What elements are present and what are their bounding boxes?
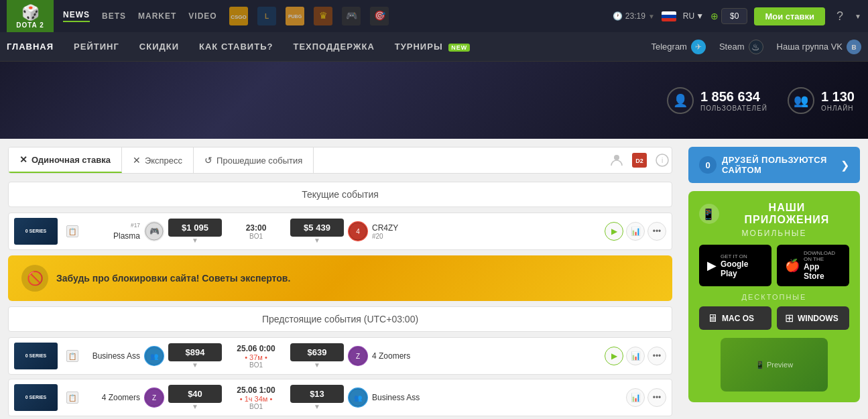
language-selector[interactable]: RU ▼ <box>683 11 704 21</box>
apps-title: 📱 НАШИ ПРИЛОЖЕНИЯ <box>699 202 849 226</box>
sec-nav-links: ГЛАВНАЯ РЕЙТИНГ СКИДКИ КАК СТАВИТЬ? ТЕХП… <box>7 42 470 52</box>
sec-nav-home[interactable]: ГЛАВНАЯ <box>7 42 54 52</box>
sec-nav-tournaments[interactable]: ТУРНИРЫ NEW <box>395 42 470 52</box>
upcoming2-stats[interactable]: 📊 <box>626 388 645 407</box>
tab-past[interactable]: ↺ Прошедшие события <box>194 147 314 173</box>
game-hearthstone[interactable]: ♛ <box>311 4 335 28</box>
steam-link[interactable]: Steam ♨ <box>719 40 763 54</box>
upcoming2-expand[interactable]: ▼ <box>192 403 198 410</box>
upcoming2-actions: 📊 ••• <box>626 388 666 407</box>
game-other1[interactable]: 🎮 <box>339 4 363 28</box>
nav-link-bets[interactable]: BETS <box>102 11 126 21</box>
upcoming2-odds-left-btn[interactable]: $40 <box>168 385 222 403</box>
team-right-name: CR4ZY <box>372 223 398 233</box>
balance-button[interactable]: $0 <box>721 8 747 24</box>
upcoming2-expand-right[interactable]: ▼ <box>314 403 320 410</box>
odds-left-button[interactable]: $1 095 <box>168 219 222 237</box>
logo-icon: 🎲 <box>21 4 40 21</box>
nav-link-market[interactable]: MARKET <box>138 11 176 21</box>
users-label: ПОЛЬЗОВАТЕЛЕЙ <box>700 105 767 112</box>
vk-link[interactable]: Наша группа VK в <box>777 40 861 54</box>
sec-nav-support[interactable]: ТЕХПОДДЕРЖКА <box>293 42 374 52</box>
windows-button[interactable]: ⊞ WINDOWS <box>777 306 849 330</box>
expand-arrow-right[interactable]: ▼ <box>314 237 320 244</box>
upcoming1-team-right: Z 4 Zoomers <box>348 346 428 366</box>
logo[interactable]: 🎲 DOTA 2 <box>7 0 54 32</box>
svg-text:👥: 👥 <box>150 352 159 361</box>
google-play-button[interactable]: ▶ GET IT ON Google Play <box>699 245 771 286</box>
sec-nav-rating[interactable]: РЕЙТИНГ <box>74 42 119 52</box>
upcoming1-expand-right[interactable]: ▼ <box>314 361 320 369</box>
doc-button-2[interactable]: 📋 <box>66 392 78 404</box>
upcoming1-doc[interactable]: 📋 <box>65 350 80 362</box>
upcoming2-odds-right-btn[interactable]: $13 <box>290 385 344 403</box>
help-button[interactable]: ? <box>832 9 848 23</box>
upcoming2-odds-right: $13 ▼ <box>290 385 344 410</box>
telegram-link[interactable]: Telegram ✈ <box>651 40 705 54</box>
users-stat: 👤 1 856 634 ПОЛЬЗОВАТЕЛЕЙ <box>667 87 767 114</box>
upcoming2-left-avatar: Z <box>144 387 164 408</box>
apps-title-icon: 📱 <box>699 204 719 224</box>
doc-button-1[interactable]: 📋 <box>66 350 78 362</box>
upcoming1-match-info: 25.06 0:00 • 37м • BO1 <box>226 344 286 369</box>
svg-text:Z: Z <box>356 353 360 360</box>
doc-button[interactable]: 📋 <box>66 225 78 237</box>
upcoming2-odds-left: $40 ▼ <box>168 385 222 410</box>
tab-past-label: Прошедшие события <box>216 156 302 166</box>
upcoming2-left-name: 4 Zoomers <box>102 393 140 402</box>
svg-text:D2: D2 <box>635 158 643 164</box>
game-pubg[interactable]: PUBG <box>283 4 307 28</box>
sec-nav-discounts[interactable]: СКИДКИ <box>139 42 179 52</box>
google-play-icon: ▶ <box>707 258 717 273</box>
upcoming1-expand[interactable]: ▼ <box>192 361 198 369</box>
nav-link-news[interactable]: NEWS <box>63 10 90 22</box>
game-other2[interactable]: 🎯 <box>367 4 391 28</box>
play-button[interactable]: ▶ <box>605 222 623 241</box>
telegram-label: Telegram <box>651 42 686 52</box>
top-nav-right: 🕐 23:19 ▼ RU ▼ ⊕ $0 Мои ставки ? ▼ <box>613 7 861 25</box>
svg-text:i: i <box>662 157 663 164</box>
game-csgo[interactable]: CSGO <box>227 4 251 28</box>
upcoming2-doc[interactable]: 📋 <box>65 392 80 404</box>
upcoming1-stats[interactable]: 📊 <box>626 347 645 365</box>
match-doc-icon[interactable]: 📋 <box>65 225 80 237</box>
filter-icon-person[interactable] <box>607 151 626 170</box>
sec-nav-howto[interactable]: КАК СТАВИТЬ? <box>199 42 273 52</box>
hero-section: 👤 1 856 634 ПОЛЬЗОВАТЕЛЕЙ 👥 1 130 ОНЛАЙН <box>0 62 868 139</box>
upcoming1-right-name: 4 Zoomers <box>372 351 410 361</box>
stats-button[interactable]: 📊 <box>626 222 645 241</box>
main-layout: ✕ Одиночная ставка ✕ Экспресс ↺ Прошедши… <box>0 139 868 419</box>
nav-link-video[interactable]: VIDEO <box>188 11 216 21</box>
team-left-current: #17 Plasma 🎮 <box>84 221 164 241</box>
upcoming1-format: BO1 <box>249 361 263 369</box>
friends-banner[interactable]: 0 ДРУЗЕЙ ПОЛЬЗУЮТСЯ САЙТОМ ❯ <box>688 147 860 183</box>
promo-banner[interactable]: 🚫 Забудь про блокировки сайта! Советы эк… <box>8 255 672 301</box>
upcoming1-play[interactable]: ▶ <box>605 347 623 365</box>
top-navigation: 🎲 DOTA 2 NEWS BETS MARKET VIDEO CSGO L P… <box>0 0 868 32</box>
top-dropdown-arrow[interactable]: ▼ <box>855 13 861 20</box>
filter-icon-other[interactable]: i <box>653 151 672 170</box>
upcoming1-left-name: Business Ass <box>92 351 140 361</box>
upcoming1-more[interactable]: ••• <box>647 347 666 365</box>
my-bets-button[interactable]: Мои ставки <box>754 7 825 25</box>
upcoming2-more[interactable]: ••• <box>647 388 666 407</box>
upcoming1-odds-left-btn[interactable]: $894 <box>168 343 222 361</box>
upcoming1-actions: ▶ 📊 ••• <box>605 347 666 365</box>
sidebar: 0 ДРУЗЕЙ ПОЛЬЗУЮТСЯ САЙТОМ ❯ 📱 НАШИ ПРИЛ… <box>680 139 868 419</box>
upcoming1-odds-right-btn[interactable]: $639 <box>290 343 344 361</box>
app-store-button[interactable]: 🍎 Download on the App Store <box>777 245 849 286</box>
time-dropdown[interactable]: ▼ <box>648 13 655 20</box>
filter-icon-dota[interactable]: D2 <box>630 151 649 170</box>
game-lol[interactable]: L <box>255 4 279 28</box>
tab-single[interactable]: ✕ Одиночная ставка <box>9 147 122 173</box>
mac-button[interactable]: 🖥 MAC OS <box>699 306 771 330</box>
odds-right-button[interactable]: $5 439 <box>290 219 344 237</box>
tab-express[interactable]: ✕ Экспресс <box>122 147 194 173</box>
users-count: 1 856 634 <box>700 89 767 105</box>
upcoming1-date: 25.06 0:00 <box>237 344 275 353</box>
expand-arrow[interactable]: ▼ <box>192 237 198 244</box>
upcoming1-left-avatar: 👥 <box>144 346 164 366</box>
more-button[interactable]: ••• <box>647 222 666 241</box>
clock-icon: 🕐 <box>613 11 623 21</box>
upcoming1-timer: • 37м • <box>245 353 267 361</box>
